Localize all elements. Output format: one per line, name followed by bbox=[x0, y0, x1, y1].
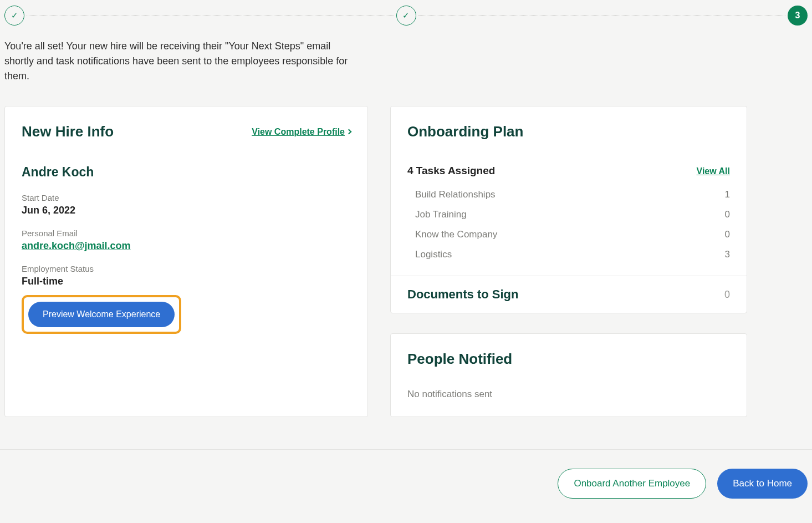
task-name: Job Training bbox=[415, 209, 467, 220]
task-row: Build Relationships 1 bbox=[415, 185, 730, 205]
new-hire-title: New Hire Info bbox=[22, 123, 114, 140]
step-2: ✓ bbox=[396, 6, 416, 26]
documents-section: Documents to Sign 0 bbox=[391, 276, 747, 313]
task-name: Build Relationships bbox=[415, 189, 496, 200]
view-profile-label: View Complete Profile bbox=[252, 127, 345, 137]
task-count: 1 bbox=[725, 189, 730, 200]
task-row: Logistics 3 bbox=[415, 245, 730, 265]
task-count: 3 bbox=[725, 249, 730, 260]
email-link[interactable]: andre.koch@jmail.com bbox=[22, 240, 131, 252]
email-label: Personal Email bbox=[22, 229, 351, 238]
hire-name: Andre Koch bbox=[22, 165, 351, 180]
step-line bbox=[27, 16, 394, 16]
status-label: Employment Status bbox=[22, 264, 351, 273]
check-icon: ✓ bbox=[402, 11, 410, 21]
plan-title: Onboarding Plan bbox=[407, 123, 730, 140]
check-icon: ✓ bbox=[11, 11, 18, 21]
step-3-active: 3 bbox=[788, 6, 808, 26]
preview-highlight: Preview Welcome Experience bbox=[22, 295, 181, 334]
task-row: Know the Company 0 bbox=[415, 225, 730, 245]
intro-text: You're all set! Your new hire will be re… bbox=[0, 39, 366, 84]
onboarding-plan-card: Onboarding Plan 4 Tasks Assigned View Al… bbox=[390, 106, 747, 313]
content-columns: New Hire Info View Complete Profile Andr… bbox=[0, 106, 812, 417]
onboard-another-button[interactable]: Onboard Another Employee bbox=[558, 469, 706, 499]
stepper: ✓ ✓ 3 bbox=[0, 0, 812, 26]
preview-welcome-button[interactable]: Preview Welcome Experience bbox=[28, 302, 175, 327]
new-hire-card: New Hire Info View Complete Profile Andr… bbox=[4, 106, 368, 417]
documents-count: 0 bbox=[724, 289, 730, 301]
task-name: Know the Company bbox=[415, 229, 497, 240]
step-1: ✓ bbox=[4, 6, 24, 26]
people-notified-card: People Notified No notifications sent bbox=[390, 333, 747, 417]
status-value: Full-time bbox=[22, 276, 351, 287]
task-row: Job Training 0 bbox=[415, 205, 730, 225]
tasks-assigned-label: 4 Tasks Assigned bbox=[407, 165, 495, 177]
step-number: 3 bbox=[795, 11, 800, 21]
view-all-tasks-link[interactable]: View All bbox=[697, 166, 730, 176]
task-count: 0 bbox=[725, 229, 730, 240]
step-line bbox=[418, 16, 786, 16]
view-complete-profile-link[interactable]: View Complete Profile bbox=[252, 127, 351, 137]
task-count: 0 bbox=[725, 209, 730, 220]
footer-bar: Onboard Another Employee Back to Home bbox=[0, 449, 812, 523]
documents-title: Documents to Sign bbox=[407, 287, 518, 302]
chevron-right-icon bbox=[346, 129, 352, 135]
task-list: Build Relationships 1 Job Training 0 Kno… bbox=[407, 185, 730, 265]
task-name: Logistics bbox=[415, 249, 452, 260]
start-date-value: Jun 6, 2022 bbox=[22, 205, 351, 216]
start-date-label: Start Date bbox=[22, 193, 351, 202]
people-notified-empty: No notifications sent bbox=[407, 389, 730, 400]
people-notified-title: People Notified bbox=[407, 351, 730, 368]
back-to-home-button[interactable]: Back to Home bbox=[717, 469, 808, 499]
